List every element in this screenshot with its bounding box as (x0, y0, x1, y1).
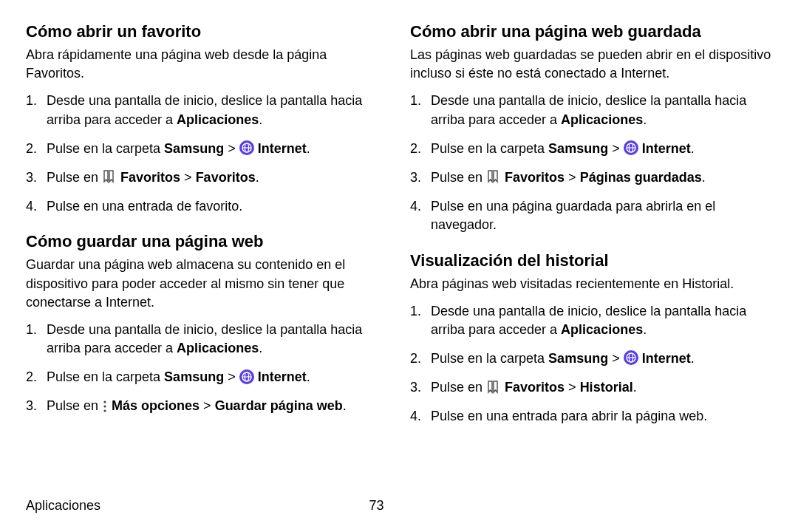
text: . (259, 341, 262, 355)
bold-text: Favoritos (505, 380, 565, 395)
step-item: Pulse en la carpeta Samsung > Internet. (26, 140, 388, 158)
section-heading: Cómo abrir un favorito (26, 22, 388, 41)
text: Pulse en (47, 398, 102, 413)
text: Pulse en la carpeta (431, 351, 548, 366)
text: Pulse en la carpeta (47, 141, 164, 156)
step-item: Pulse en una página guardada para abrirl… (410, 197, 772, 234)
text: . (643, 112, 647, 127)
text: Pulse en la carpeta (431, 141, 548, 156)
right-column: Cómo abrir una página web guardada Las p… (410, 22, 772, 437)
text: . (691, 351, 695, 366)
text: > (565, 170, 580, 185)
bold-text: Internet (642, 351, 691, 366)
section-heading: Visualización del historial (410, 251, 772, 270)
section-intro: Las páginas web guardadas se pueden abri… (410, 46, 772, 83)
bold-text: Aplicaciones (561, 112, 643, 127)
step-list: Desde una pantalla de inicio, deslice la… (410, 92, 772, 234)
bold-text: Aplicaciones (177, 112, 259, 127)
bold-text: Aplicaciones (561, 322, 643, 337)
bold-text: Historial (580, 380, 633, 395)
section-intro: Abra páginas web visitadas recientemente… (410, 275, 772, 293)
text: > (608, 351, 624, 366)
step-item: Pulse en la carpeta Samsung > Internet. (410, 140, 772, 158)
text: Pulse en (431, 380, 486, 395)
bold-text: Favoritos (505, 170, 565, 185)
text: . (691, 141, 695, 156)
page-footer: Aplicaciones 73 (26, 498, 772, 514)
bookmark-icon (486, 170, 501, 183)
step-item: Pulse en la carpeta Samsung > Internet. (410, 349, 772, 368)
step-item: Pulse en Favoritos > Historial. (410, 378, 772, 397)
step-item: Pulse en Favoritos > Páginas guardadas. (410, 168, 772, 187)
bold-text: Favoritos (120, 170, 180, 185)
bold-text: Samsung (164, 141, 224, 156)
bold-text: Aplicaciones (177, 341, 259, 355)
bookmark-icon (102, 170, 117, 183)
section-heading: Cómo abrir una página web guardada (410, 22, 772, 41)
internet-icon (239, 369, 254, 384)
text: > (224, 141, 239, 156)
text: > (180, 170, 196, 185)
bold-text: Páginas guardadas (580, 170, 702, 185)
step-item: Pulse en Más opciones > Guardar página w… (26, 397, 388, 415)
text: > (608, 141, 624, 156)
text: Pulse en la carpeta (47, 369, 164, 384)
svg-point-7 (103, 405, 106, 407)
step-item: Pulse en una entrada de favorito. (26, 197, 388, 216)
section-intro: Guardar una página web almacena su conte… (26, 256, 388, 312)
bookmark-icon (486, 381, 501, 394)
bold-text: Samsung (164, 369, 224, 384)
text: Pulse en (47, 170, 102, 185)
step-item: Desde una pantalla de inicio, deslice la… (410, 92, 772, 129)
step-item: Desde una pantalla de inicio, deslice la… (26, 321, 388, 358)
step-item: Desde una pantalla de inicio, deslice la… (410, 302, 772, 339)
bold-text: Internet (642, 141, 691, 156)
text: . (343, 398, 347, 413)
step-list: Desde una pantalla de inicio, deslice la… (26, 321, 388, 416)
step-list: Desde una pantalla de inicio, deslice la… (410, 302, 772, 426)
text: > (565, 380, 580, 395)
bold-text: Más opciones (112, 398, 200, 413)
text: . (633, 380, 637, 395)
text: . (256, 170, 259, 185)
bold-text: Internet (258, 141, 307, 156)
svg-point-8 (103, 409, 106, 412)
left-column: Cómo abrir un favorito Abra rápidamente … (26, 22, 388, 437)
text: Pulse en (431, 170, 486, 185)
text: > (200, 398, 215, 413)
step-item: Desde una pantalla de inicio, deslice la… (26, 92, 388, 129)
text: . (643, 322, 647, 337)
step-item: Pulse en una entrada para abrir la págin… (410, 407, 772, 426)
section-intro: Abra rápidamente una página web desde la… (26, 46, 388, 83)
internet-icon (624, 140, 638, 155)
step-item: Pulse en Favoritos > Favoritos. (26, 168, 388, 187)
svg-point-6 (103, 400, 106, 403)
section-heading: Cómo guardar una página web (26, 232, 388, 251)
page-number: 73 (369, 498, 384, 514)
text: > (224, 369, 239, 384)
more-options-icon (102, 400, 108, 413)
bold-text: Samsung (548, 141, 608, 156)
text: . (702, 170, 706, 185)
internet-icon (239, 140, 254, 155)
document-page: Cómo abrir un favorito Abra rápidamente … (0, 0, 798, 437)
bold-text: Favoritos (196, 170, 256, 185)
footer-label: Aplicaciones (26, 498, 772, 514)
step-item: Pulse en la carpeta Samsung > Internet. (26, 368, 388, 386)
bold-text: Samsung (548, 351, 608, 366)
bold-text: Guardar página web (215, 398, 343, 413)
step-list: Desde una pantalla de inicio, deslice la… (26, 92, 388, 216)
text: . (307, 141, 310, 156)
bold-text: Internet (258, 369, 307, 384)
internet-icon (624, 350, 638, 365)
text: . (307, 369, 310, 384)
text: . (259, 112, 262, 127)
